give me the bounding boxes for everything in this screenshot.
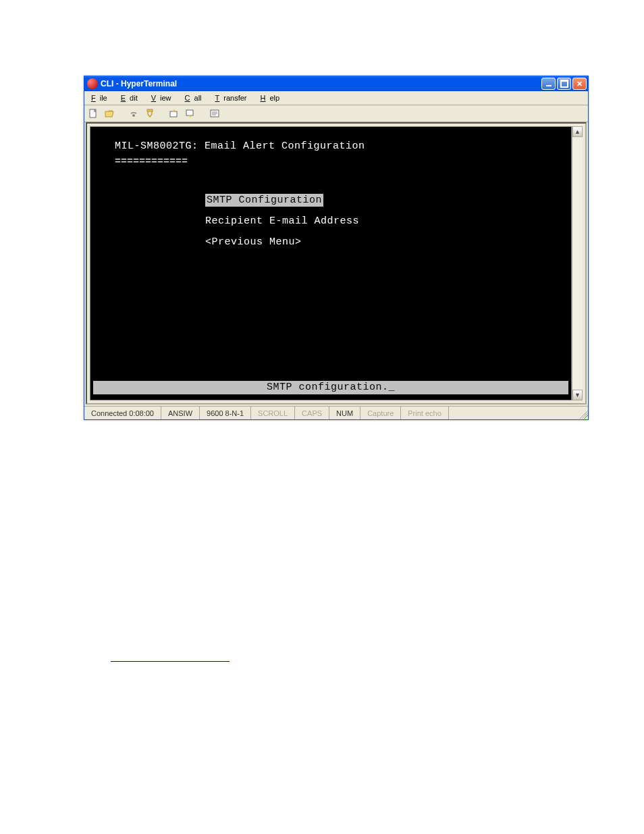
- status-scroll: SCROLL: [251, 407, 295, 419]
- app-icon: [87, 78, 98, 89]
- send-icon[interactable]: [168, 107, 180, 120]
- status-connected: Connected 0:08:00: [84, 407, 161, 419]
- menu-call[interactable]: Call: [181, 93, 210, 103]
- menu-edit[interactable]: Edit: [117, 93, 146, 103]
- scroll-up-arrow-icon[interactable]: ▲: [572, 126, 583, 137]
- receive-icon[interactable]: [184, 107, 196, 120]
- window-title: CLI - HyperTerminal: [101, 79, 541, 88]
- menu-item-recipient[interactable]: Recipient E-mail Address: [205, 214, 571, 228]
- close-button[interactable]: [572, 78, 587, 90]
- status-emulation: ANSIW: [161, 407, 200, 419]
- status-caps: CAPS: [295, 407, 329, 419]
- minimize-button[interactable]: [541, 78, 556, 90]
- status-print-echo: Print echo: [401, 407, 449, 419]
- svg-rect-2: [147, 109, 153, 111]
- status-num: NUM: [329, 407, 360, 419]
- menu-item-smtp[interactable]: SMTP Configuration: [205, 193, 571, 207]
- client-area: MIL-SM8002TG: Email Alert Configuration …: [86, 122, 587, 405]
- document-underline: [111, 660, 230, 662]
- menu-item-previous[interactable]: <Previous Menu>: [205, 235, 571, 249]
- menu-transfer[interactable]: Transfer: [211, 93, 255, 103]
- disconnect-icon[interactable]: [144, 107, 156, 120]
- statusbar: Connected 0:08:00 ANSIW 9600 8-N-1 SCROL…: [84, 406, 588, 419]
- open-icon[interactable]: [103, 107, 115, 120]
- terminal-underline: ============: [90, 155, 571, 169]
- toolbar: [84, 105, 588, 122]
- maximize-button[interactable]: [557, 78, 571, 90]
- titlebar[interactable]: CLI - HyperTerminal: [84, 76, 588, 91]
- terminal[interactable]: MIL-SM8002TG: Email Alert Configuration …: [90, 126, 572, 400]
- hyperterminal-window: CLI - HyperTerminal File Edit View Call …: [84, 76, 589, 420]
- menu-file[interactable]: File: [87, 93, 115, 103]
- window-controls: [541, 78, 587, 90]
- terminal-header: MIL-SM8002TG: Email Alert Configuration: [90, 139, 571, 153]
- svg-rect-3: [170, 111, 177, 117]
- menubar: File Edit View Call Transfer Help: [84, 91, 588, 105]
- terminal-status-strip: SMTP configuration._: [93, 381, 568, 394]
- menu-help[interactable]: Help: [257, 93, 288, 103]
- scroll-track[interactable]: [572, 137, 583, 390]
- vertical-scrollbar[interactable]: ▲ ▼: [572, 126, 583, 400]
- resize-grip-icon[interactable]: [577, 408, 588, 419]
- svg-point-1: [132, 114, 135, 117]
- scroll-down-arrow-icon[interactable]: ▼: [572, 390, 583, 400]
- terminal-menu: SMTP Configuration Recipient E-mail Addr…: [90, 193, 571, 249]
- new-icon[interactable]: [87, 107, 99, 120]
- svg-rect-4: [186, 110, 193, 115]
- properties-icon[interactable]: [209, 107, 221, 120]
- status-capture: Capture: [360, 407, 401, 419]
- menu-view[interactable]: View: [147, 93, 180, 103]
- connect-icon[interactable]: [128, 107, 140, 120]
- status-port: 9600 8-N-1: [200, 407, 251, 419]
